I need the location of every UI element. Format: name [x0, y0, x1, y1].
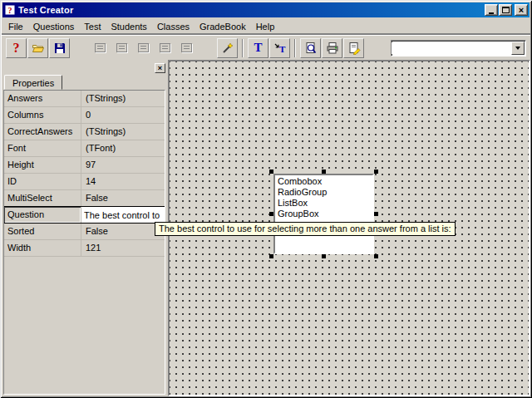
listbox-item-listbox[interactable]: ListBox: [275, 198, 372, 209]
print-preview-button[interactable]: [300, 38, 321, 58]
maximize-button[interactable]: [499, 4, 512, 16]
menu-gradebook[interactable]: GradeBook: [195, 19, 251, 34]
title-bar[interactable]: ? Test Creator ×: [2, 2, 530, 17]
property-row-width[interactable]: Width 121: [4, 240, 165, 257]
menu-bar: File Questions Test Students Classes Gra…: [2, 18, 530, 35]
listbox-item-groupbox[interactable]: GroupBox: [275, 209, 372, 219]
toolbar-separator: [242, 39, 244, 57]
text-arrow-icon: T: [273, 42, 287, 55]
question-type-icon-4: [160, 43, 170, 52]
minimize-icon: [489, 12, 494, 14]
property-row-question[interactable]: Question: [4, 206, 165, 224]
property-row-sorted[interactable]: Sorted False: [4, 224, 165, 240]
help-icon: ?: [13, 42, 20, 55]
resize-handle-e[interactable]: [374, 212, 378, 216]
question-type-icon-1: [95, 43, 106, 52]
question-type-button-1[interactable]: [90, 38, 111, 58]
help-button[interactable]: ?: [6, 38, 27, 58]
question-type-button-5[interactable]: [176, 38, 197, 58]
window-controls: ×: [484, 4, 528, 16]
open-button[interactable]: [27, 38, 48, 58]
page-edit-icon: [347, 42, 361, 55]
chevron-down-icon: [515, 47, 520, 50]
property-row-font[interactable]: Font (TFont): [4, 140, 165, 157]
toolbar-gap: [71, 47, 89, 48]
property-row-answers[interactable]: Answers (TStrings): [4, 91, 165, 107]
property-row-height[interactable]: Height 97: [4, 157, 165, 174]
property-row-id[interactable]: ID 14: [4, 174, 165, 190]
maximize-icon: [502, 7, 510, 13]
magic-wand-icon: [221, 42, 234, 55]
page-setup-button[interactable]: [343, 38, 364, 58]
font-button[interactable]: T: [248, 38, 268, 58]
save-button[interactable]: [49, 38, 70, 58]
menu-help[interactable]: Help: [251, 19, 280, 34]
app-window: ? Test Creator × File Questions Test Stu…: [0, 0, 532, 398]
print-button[interactable]: [322, 38, 342, 58]
resize-handle-se[interactable]: [374, 254, 378, 258]
window-title: Test Creator: [18, 5, 481, 15]
resize-handle-w[interactable]: [269, 212, 273, 216]
toolbar-separator: [294, 39, 296, 57]
resize-handle-ne[interactable]: [374, 170, 378, 174]
font-icon: T: [254, 42, 262, 54]
toolbar-combobox-input[interactable]: [392, 42, 511, 54]
menu-questions[interactable]: Questions: [28, 19, 80, 34]
question-type-button-4[interactable]: [155, 38, 175, 58]
print-preview-icon: [304, 42, 318, 55]
tab-properties[interactable]: Properties: [4, 75, 62, 90]
question-type-icon-3: [138, 43, 149, 52]
tab-order-button[interactable]: T: [269, 38, 290, 58]
question-type-button-2[interactable]: [111, 38, 132, 58]
property-grid: Answers (TStrings) Columns 0 CorrectAnsw…: [3, 90, 165, 395]
printer-icon: [326, 42, 339, 55]
open-folder-icon: [32, 42, 45, 55]
svg-text:?: ?: [8, 6, 12, 15]
question-type-button-3[interactable]: [133, 38, 154, 58]
save-floppy-icon: [53, 42, 66, 55]
minimize-button[interactable]: [485, 4, 498, 16]
menu-test[interactable]: Test: [79, 19, 106, 34]
main-content: × Properties Answers (TStrings) Columns …: [2, 60, 530, 396]
question-value-input[interactable]: [81, 207, 165, 223]
resize-handle-s[interactable]: [322, 254, 326, 258]
answers-listbox[interactable]: Combobox RadioGroup ListBox GroupBox: [273, 174, 374, 254]
resize-handle-nw[interactable]: [269, 170, 273, 174]
toolbar-combobox[interactable]: [391, 40, 526, 57]
question-type-icon-5: [181, 43, 192, 52]
toolbar: ?: [2, 35, 530, 60]
svg-text:T: T: [279, 44, 286, 54]
question-type-icon-2: [116, 43, 127, 52]
property-row-columns[interactable]: Columns 0: [4, 107, 165, 124]
app-icon-image: ?: [4, 4, 16, 16]
menu-file[interactable]: File: [3, 19, 28, 34]
listbox-item-radiogroup[interactable]: RadioGroup: [275, 187, 372, 198]
resize-handle-sw[interactable]: [269, 254, 273, 258]
combobox-dropdown-button[interactable]: [511, 42, 525, 55]
menu-classes[interactable]: Classes: [152, 19, 195, 34]
wizard-button[interactable]: [217, 38, 238, 58]
app-icon[interactable]: ?: [4, 4, 16, 16]
selected-listbox-control[interactable]: Combobox RadioGroup ListBox GroupBox: [273, 174, 374, 254]
properties-panel: × Properties Answers (TStrings) Columns …: [2, 60, 168, 396]
toolbar-gap: [198, 47, 216, 48]
menu-students[interactable]: Students: [106, 19, 151, 34]
close-button[interactable]: ×: [515, 4, 528, 16]
property-row-correctanswers[interactable]: CorrectAnswers (TStrings): [4, 124, 165, 140]
listbox-item-combobox[interactable]: Combobox: [275, 176, 372, 187]
resize-handle-n[interactable]: [322, 170, 326, 174]
hint-tooltip: The best control to use for selecting mo…: [155, 222, 456, 236]
property-row-multiselect[interactable]: MultiSelect False: [4, 190, 165, 207]
properties-panel-header: × Properties: [3, 61, 165, 90]
panel-close-icon[interactable]: ×: [155, 63, 165, 73]
